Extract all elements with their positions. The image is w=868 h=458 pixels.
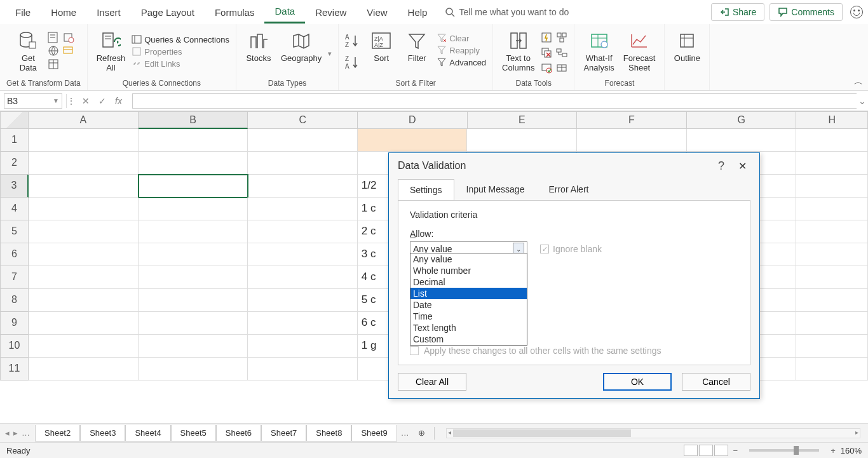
formula-input[interactable] [132, 93, 857, 109]
cell-h4[interactable] [796, 198, 868, 220]
cell-h1[interactable] [796, 129, 868, 152]
feedback-icon[interactable] [850, 6, 863, 18]
col-header-a[interactable]: A [29, 111, 139, 129]
get-data-button[interactable]: Get Data [12, 29, 44, 74]
recent-sources-icon[interactable] [63, 32, 74, 43]
cell-h7[interactable] [796, 266, 868, 289]
zoom-level[interactable]: 160% [841, 446, 862, 455]
col-header-f[interactable]: F [577, 111, 687, 129]
zoom-slider[interactable] [749, 449, 819, 452]
cell-c3[interactable] [248, 175, 358, 198]
sheet-nav-more-icon[interactable]: … [22, 428, 30, 438]
col-header-c[interactable]: C [248, 111, 358, 129]
data-model-icon[interactable] [556, 62, 567, 74]
sheet-nav-first-icon[interactable]: ◂ [5, 428, 10, 438]
tab-help[interactable]: Help [398, 2, 438, 23]
name-box[interactable]: B3 ▼ [4, 93, 62, 109]
flash-fill-icon[interactable] [541, 32, 552, 43]
row-header-11[interactable]: 11 [0, 358, 29, 381]
allow-option-date[interactable]: Date [410, 299, 527, 311]
cell-a3[interactable] [29, 175, 139, 198]
cell-a1[interactable] [29, 129, 139, 152]
cell-c9[interactable] [248, 312, 358, 335]
row-header-5[interactable]: 5 [0, 220, 29, 243]
collapse-ribbon-icon[interactable]: ︿ [854, 76, 863, 88]
cell-h5[interactable] [796, 220, 868, 243]
expand-formula-bar-icon[interactable]: ⌄ [857, 96, 868, 106]
row-header-3[interactable]: 3 [0, 175, 29, 198]
cell-a2[interactable] [29, 152, 139, 175]
allow-option-custom[interactable]: Custom [410, 333, 527, 345]
cancel-button[interactable]: Cancel [682, 373, 750, 391]
col-header-b[interactable]: B [139, 111, 248, 129]
cell-c10[interactable] [248, 335, 358, 358]
tab-insert[interactable]: Insert [86, 2, 131, 23]
fx-icon[interactable]: fx [115, 96, 122, 106]
dialog-help-button[interactable]: ? [708, 159, 735, 173]
dialog-tab-error-alert[interactable]: Error Alert [536, 178, 600, 200]
edit-links-button[interactable]: Edit Links [132, 58, 229, 69]
cell-b3[interactable] [139, 175, 248, 198]
cell-b5[interactable] [139, 220, 248, 243]
new-sheet-button[interactable]: ⊕ [413, 428, 430, 438]
sort-asc-icon[interactable]: AZ [345, 33, 362, 48]
cell-h9[interactable] [796, 312, 868, 335]
cell-b1[interactable] [139, 129, 248, 152]
whatif-button[interactable]: What-If Analysis [581, 29, 616, 74]
stocks-button[interactable]: Stocks [243, 29, 275, 64]
row-header-1[interactable]: 1 [0, 129, 29, 152]
scrollbar-thumb[interactable] [453, 429, 631, 437]
cell-a5[interactable] [29, 220, 139, 243]
cell-c7[interactable] [248, 266, 358, 289]
text-to-columns-button[interactable]: Text to Columns [499, 29, 537, 74]
data-types-expand-icon[interactable]: ▾ [328, 50, 332, 58]
share-button[interactable]: Share [711, 3, 764, 21]
cell-d1[interactable] [358, 129, 468, 152]
cell-h11[interactable] [796, 358, 868, 381]
dialog-titlebar[interactable]: Data Validation ? ✕ [389, 153, 759, 178]
from-text-icon[interactable] [48, 32, 59, 43]
cell-h3[interactable] [796, 175, 868, 198]
allow-option-any-value[interactable]: Any value [410, 253, 527, 265]
cell-c5[interactable] [248, 220, 358, 243]
cell-c8[interactable] [248, 289, 358, 312]
sort-desc-icon[interactable]: ZA [345, 55, 362, 70]
cell-b8[interactable] [139, 289, 248, 312]
cell-h10[interactable] [796, 335, 868, 358]
col-header-d[interactable]: D [358, 111, 468, 129]
data-validation-icon[interactable] [541, 62, 552, 74]
cell-b2[interactable] [139, 152, 248, 175]
cell-a7[interactable] [29, 266, 139, 289]
properties-button[interactable]: Properties [132, 46, 229, 57]
sheet-tab-sheet3[interactable]: Sheet3 [80, 425, 125, 441]
tab-data[interactable]: Data [264, 1, 305, 24]
enter-formula-icon[interactable]: ✓ [98, 96, 106, 106]
filter-button[interactable]: Filter [401, 29, 433, 64]
dialog-tab-settings[interactable]: Settings [398, 179, 454, 201]
relationships-icon[interactable] [556, 47, 567, 58]
row-header-7[interactable]: 7 [0, 266, 29, 289]
cell-g1[interactable] [687, 129, 797, 152]
refresh-all-button[interactable]: Refresh All [94, 29, 128, 74]
cell-b11[interactable] [139, 358, 248, 381]
row-header-6[interactable]: 6 [0, 243, 29, 266]
name-box-dropdown-icon[interactable]: ▼ [53, 97, 59, 104]
allow-option-whole-number[interactable]: Whole number [410, 265, 527, 276]
cell-c1[interactable] [248, 129, 358, 152]
tab-file[interactable]: File [5, 2, 41, 23]
sheet-nav-next-icon[interactable]: … [397, 428, 413, 438]
row-header-8[interactable]: 8 [0, 289, 29, 312]
queries-connections-button[interactable]: Queries & Connections [132, 34, 229, 44]
cell-a8[interactable] [29, 289, 139, 312]
tab-view[interactable]: View [356, 2, 397, 23]
outline-button[interactable]: Outline [671, 29, 703, 64]
row-header-4[interactable]: 4 [0, 198, 29, 220]
comments-button[interactable]: Comments [770, 3, 843, 21]
cell-b10[interactable] [139, 335, 248, 358]
cell-a6[interactable] [29, 243, 139, 266]
forecast-sheet-button[interactable]: Forecast Sheet [621, 29, 658, 74]
clear-button[interactable]: Clear [437, 33, 486, 43]
sheet-tab-sheet8[interactable]: Sheet8 [306, 425, 351, 441]
row-header-2[interactable]: 2 [0, 152, 29, 175]
horizontal-scrollbar[interactable]: ◂ ▸ [446, 428, 860, 438]
